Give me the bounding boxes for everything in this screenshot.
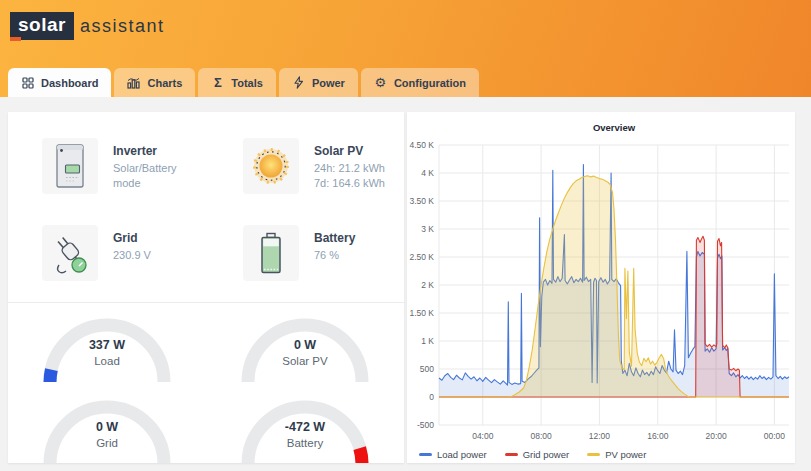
card-title: Grid bbox=[113, 231, 151, 245]
legend-label: Grid power bbox=[523, 449, 569, 460]
y-tick-label: 1 K bbox=[421, 336, 434, 346]
gauge-value: 337 W bbox=[35, 338, 179, 352]
status-cards: Inverter Solar/Battery mode Solar PV 24h… bbox=[8, 112, 404, 281]
tab-label: Configuration bbox=[394, 77, 466, 89]
gauge-value: -472 W bbox=[233, 420, 377, 434]
x-tick-label: 08:00 bbox=[530, 431, 552, 441]
logo-primary: solar bbox=[10, 12, 74, 40]
gauge-label: Battery bbox=[233, 437, 377, 449]
y-tick-label: 3.50 K bbox=[409, 196, 434, 206]
battery-icon bbox=[243, 225, 299, 281]
x-tick-label: 20:00 bbox=[705, 431, 727, 441]
bar-chart-icon bbox=[127, 76, 140, 89]
tab-dashboard[interactable]: Dashboard bbox=[8, 68, 111, 97]
inverter-card: Inverter Solar/Battery mode bbox=[42, 138, 243, 194]
y-tick-label: 0 bbox=[429, 392, 434, 402]
card-line: Solar/Battery bbox=[113, 161, 177, 176]
card-title: Solar PV bbox=[314, 144, 385, 158]
gauge-value: 0 W bbox=[35, 420, 179, 434]
power-gauges: 337 W Load 0 W Solar PV 0 W Grid -472 W … bbox=[8, 310, 404, 463]
gauge-highlight bbox=[360, 448, 362, 463]
app-header: solar assistant Dashboard Charts Σ Total… bbox=[0, 0, 811, 97]
section-divider bbox=[8, 302, 404, 303]
card-title: Inverter bbox=[113, 144, 177, 158]
x-tick-label: 00:00 bbox=[764, 431, 786, 441]
y-tick-label: 2 K bbox=[421, 280, 434, 290]
pv-power-swatch bbox=[587, 453, 600, 456]
overview-chart-panel: Overview -50005001 K1.50 K2 K2.50 K3 K3.… bbox=[407, 112, 795, 463]
legend-item-grid-power[interactable]: Grid power bbox=[505, 449, 569, 460]
y-tick-label: 3 K bbox=[421, 224, 434, 234]
tab-totals[interactable]: Σ Totals bbox=[198, 68, 276, 97]
load-power-swatch bbox=[419, 453, 432, 456]
solar-pv-card: Solar PV 24h: 21.2 kWh 7d: 164.6 kWh bbox=[243, 138, 404, 194]
card-line: mode bbox=[113, 176, 177, 191]
logo-accent-mark bbox=[10, 37, 21, 41]
legend-label: Load power bbox=[437, 449, 487, 460]
app-logo[interactable]: solar assistant bbox=[10, 12, 164, 40]
y-tick-label: 1.50 K bbox=[409, 308, 434, 318]
grid-power-swatch bbox=[505, 453, 518, 456]
tab-charts[interactable]: Charts bbox=[114, 68, 195, 97]
grid-icon bbox=[21, 76, 34, 89]
battery-gauge: -472 W Battery bbox=[233, 392, 377, 463]
status-panel: Inverter Solar/Battery mode Solar PV 24h… bbox=[8, 112, 404, 463]
legend-label: PV power bbox=[605, 449, 646, 460]
inverter-icon bbox=[42, 138, 98, 194]
card-line: 230.9 V bbox=[113, 248, 151, 263]
grid-gauge: 0 W Grid bbox=[35, 392, 179, 463]
tab-label: Charts bbox=[147, 77, 182, 89]
card-line: 7d: 164.6 kWh bbox=[314, 176, 385, 191]
legend-item-load-power[interactable]: Load power bbox=[419, 449, 487, 460]
chart-legend: Load powerGrid powerPV power bbox=[419, 449, 795, 460]
gauge-highlight bbox=[50, 370, 51, 382]
legend-item-pv-power[interactable]: PV power bbox=[587, 449, 646, 460]
main-nav-tabs: Dashboard Charts Σ Totals Power ⚙ Config… bbox=[8, 68, 479, 97]
gauge-label: Grid bbox=[35, 437, 179, 449]
x-tick-label: 16:00 bbox=[647, 431, 669, 441]
gauge-value: 0 W bbox=[233, 338, 377, 352]
tab-power[interactable]: Power bbox=[279, 68, 358, 97]
load-gauge: 337 W Load bbox=[35, 310, 179, 388]
battery-card: Battery 76 % bbox=[243, 225, 404, 281]
overview-chart-plot[interactable]: -50005001 K1.50 K2 K2.50 K3 K3.50 K4 K4.… bbox=[407, 135, 795, 447]
gauge-label: Load bbox=[35, 355, 179, 367]
chart-title: Overview bbox=[407, 112, 795, 135]
sun-icon bbox=[243, 138, 299, 194]
sigma-icon: Σ bbox=[211, 76, 224, 89]
tab-label: Dashboard bbox=[41, 77, 98, 89]
grid-card: Grid 230.9 V bbox=[42, 225, 243, 281]
card-title: Battery bbox=[314, 231, 355, 245]
gauge-label: Solar PV bbox=[233, 355, 377, 367]
card-line: 76 % bbox=[314, 248, 355, 263]
y-tick-label: 4 K bbox=[421, 168, 434, 178]
y-tick-label: 500 bbox=[420, 364, 434, 374]
x-tick-label: 12:00 bbox=[589, 431, 611, 441]
solar-pv-gauge: 0 W Solar PV bbox=[233, 310, 377, 388]
logo-secondary: assistant bbox=[80, 16, 165, 37]
tab-label: Totals bbox=[231, 77, 263, 89]
card-line: 24h: 21.2 kWh bbox=[314, 161, 385, 176]
tab-label: Power bbox=[312, 77, 345, 89]
y-tick-label: 2.50 K bbox=[409, 252, 434, 262]
bolt-icon bbox=[292, 76, 305, 89]
tab-configuration[interactable]: ⚙ Configuration bbox=[361, 68, 479, 97]
x-tick-label: 04:00 bbox=[472, 431, 494, 441]
plug-icon bbox=[42, 225, 98, 281]
y-tick-label: -500 bbox=[417, 420, 434, 430]
y-tick-label: 4.50 K bbox=[409, 140, 434, 150]
gear-icon: ⚙ bbox=[374, 76, 387, 89]
